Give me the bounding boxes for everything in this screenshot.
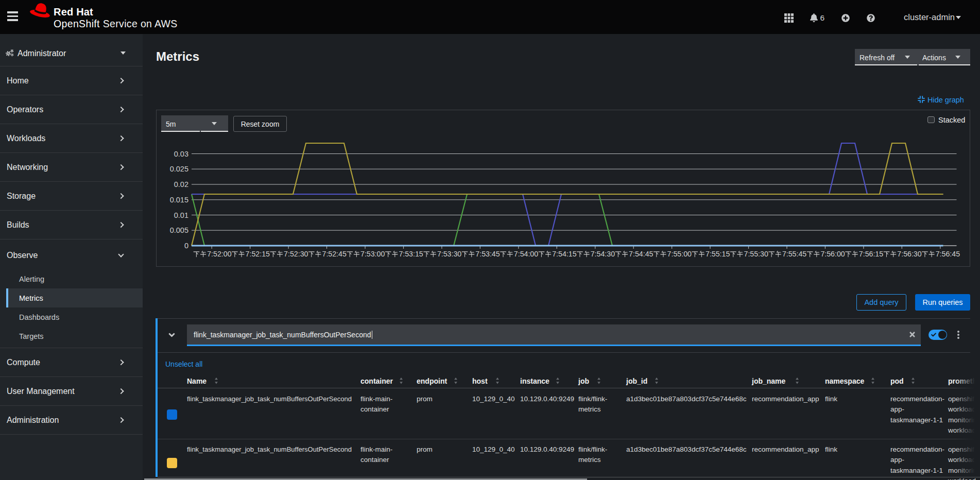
svg-text:7:55:00: 7:55:00 [667, 250, 692, 258]
svg-text:7:52:45: 7:52:45 [322, 250, 347, 258]
svg-text:7:52:15: 7:52:15 [246, 250, 270, 258]
svg-text:7:52:30: 7:52:30 [284, 250, 308, 258]
svg-text:0.005: 0.005 [170, 226, 188, 234]
svg-text:7:54:00: 7:54:00 [514, 250, 538, 258]
svg-text:7:54:30: 7:54:30 [591, 250, 615, 258]
svg-text:7:55:30: 7:55:30 [744, 250, 768, 258]
svg-text:7:54:45: 7:54:45 [629, 250, 653, 258]
svg-text:7:56:15: 7:56:15 [859, 250, 883, 258]
svg-text:7:56:45: 7:56:45 [936, 250, 960, 258]
svg-text:0.02: 0.02 [174, 180, 188, 188]
svg-text:7:56:30: 7:56:30 [897, 250, 921, 258]
svg-text:7:54:15: 7:54:15 [552, 250, 576, 258]
svg-text:0.03: 0.03 [174, 150, 188, 158]
svg-text:0.025: 0.025 [170, 165, 188, 173]
svg-text:7:53:15: 7:53:15 [399, 250, 423, 258]
svg-text:7:53:00: 7:53:00 [360, 250, 385, 258]
svg-text:0: 0 [184, 242, 188, 250]
svg-text:7:56:00: 7:56:00 [820, 250, 845, 258]
svg-text:7:55:15: 7:55:15 [706, 250, 730, 258]
svg-text:7:55:45: 7:55:45 [782, 250, 806, 258]
svg-text:0.015: 0.015 [170, 196, 188, 204]
svg-text:0.01: 0.01 [174, 211, 188, 219]
svg-text:7:52:00: 7:52:00 [207, 250, 231, 258]
svg-text:7:53:45: 7:53:45 [475, 250, 500, 258]
svg-text:7:53:30: 7:53:30 [437, 250, 461, 258]
